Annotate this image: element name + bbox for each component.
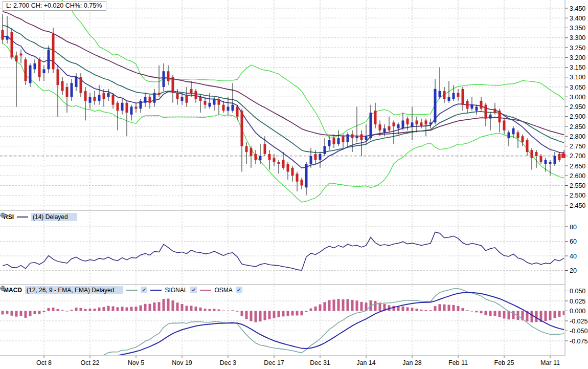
candle (158, 93, 161, 95)
rsi-line (3, 232, 564, 270)
y-axis-tick-label: 3.000 (570, 94, 585, 101)
candle (107, 93, 110, 97)
osma-bar (25, 311, 27, 318)
osma-bar (38, 311, 41, 314)
osma-bar (176, 302, 179, 311)
candle (549, 162, 552, 164)
osma-bar (66, 311, 69, 312)
candle (167, 71, 170, 81)
candle (282, 160, 285, 167)
chart-canvas[interactable]: 3.4503.4003.3503.3003.2503.2003.1503.100… (0, 0, 588, 369)
osma-bar (15, 311, 18, 317)
macd-line-sample (126, 290, 138, 291)
osma-bar (140, 305, 142, 311)
osma-bar (213, 309, 216, 311)
osma-bar (34, 311, 36, 314)
osma-bar (319, 305, 322, 311)
osma-bar (324, 302, 326, 311)
osma-bar (204, 309, 207, 311)
candle (558, 154, 561, 160)
osma-bar (153, 302, 156, 311)
osma-bar (232, 310, 234, 311)
candle (406, 119, 409, 125)
candle (268, 154, 271, 160)
x-axis-label: Dec 17 (264, 359, 284, 366)
x-axis-label: Nov 19 (172, 359, 192, 366)
candle (236, 107, 239, 117)
candle (494, 108, 496, 113)
candle (531, 150, 533, 158)
candle (429, 122, 432, 124)
candle (264, 144, 266, 154)
candle (2, 30, 4, 39)
ema-fast-line (3, 36, 564, 168)
y-axis-tick-label: 3.200 (570, 54, 585, 61)
globe-icon[interactable] (70, 214, 76, 220)
osma-bar (250, 311, 253, 321)
y-axis-tick-label: 3.100 (570, 74, 585, 81)
osma-bar (476, 311, 478, 313)
y-axis-tick-label: 2.650 (570, 163, 585, 170)
quote-bar: L: 2.700 CH: +0.020 CH%: 0.75% (3, 1, 106, 11)
candle (112, 95, 115, 104)
osma-bar (558, 311, 561, 317)
candle (38, 59, 41, 77)
macd-line-checkbox[interactable]: ✔ (141, 287, 147, 293)
y-axis-tick-label: 2.850 (570, 123, 585, 131)
candle (245, 146, 248, 153)
candle (75, 77, 78, 87)
candles (2, 14, 566, 196)
osma-bar (149, 304, 151, 311)
candle (126, 103, 128, 113)
candle (540, 156, 542, 162)
osma-bar (135, 307, 138, 311)
osma-bar (499, 311, 501, 317)
candle (434, 89, 437, 122)
y-axis-tick-label: -0.025 (570, 318, 587, 325)
osma-bar (236, 311, 239, 312)
osma-bar (489, 311, 492, 316)
osma-bar (416, 309, 418, 311)
y-axis-tick-label: 3.450 (570, 5, 585, 12)
y-axis-tick-label: 3.400 (570, 15, 585, 22)
osma-checkbox[interactable]: ✔ (236, 287, 242, 293)
y-axis-tick-label: 0.000 (570, 308, 585, 315)
osma-bar (535, 311, 538, 322)
candle (360, 134, 363, 140)
osma-bar (347, 299, 349, 311)
candle (227, 107, 230, 111)
osma-bar (503, 311, 506, 319)
candle (48, 50, 50, 70)
candle (163, 71, 165, 87)
osma-bar (264, 311, 266, 320)
osma-bar (443, 305, 446, 311)
y-axis-tick-label: 3.300 (570, 34, 585, 41)
osma-bar (494, 311, 496, 316)
osma-bar (199, 308, 202, 311)
osma-bar (227, 311, 230, 311)
chart-window: 3.4503.4003.3503.3003.2503.2003.1503.100… (0, 0, 588, 369)
candle (305, 164, 308, 187)
candle (278, 162, 280, 164)
osma-bar (512, 311, 515, 319)
candle (199, 97, 202, 101)
y-axis-tick-label: 20 (570, 267, 577, 274)
osma-bar (420, 310, 423, 311)
rsi-params-group: (14) Delayed (31, 213, 77, 221)
signal-line-sample (150, 290, 162, 291)
osma-bar (314, 307, 317, 311)
osma-bar (397, 307, 400, 311)
signal-checkbox[interactable]: ✔ (190, 287, 197, 293)
osma-bar (337, 299, 340, 311)
globe-icon[interactable] (116, 287, 122, 293)
candle (61, 81, 64, 91)
osma-bar (48, 308, 50, 311)
candle (402, 120, 404, 128)
candle (499, 111, 501, 122)
osma-bar (462, 308, 464, 311)
candle (11, 32, 13, 57)
osma-bar (328, 300, 331, 311)
osma-bar (103, 307, 105, 311)
osma-bar (453, 305, 455, 311)
candle (287, 164, 289, 171)
